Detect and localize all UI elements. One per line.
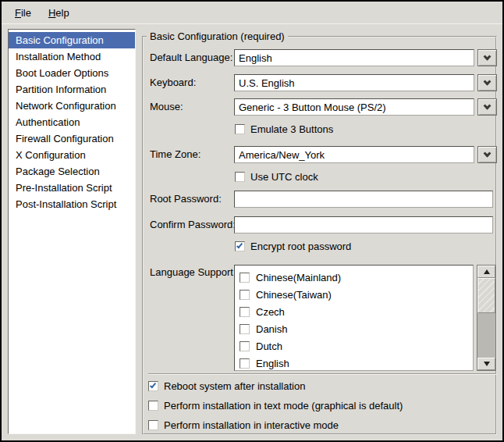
- language-list-item[interactable]: Danish: [235, 320, 473, 337]
- language-label: English: [256, 358, 289, 369]
- encrypt-root-password-label: Encrypt root password: [250, 241, 351, 252]
- language-support-label: Language Support:: [150, 266, 236, 278]
- emulate-3-buttons-option[interactable]: Emulate 3 Buttons: [235, 123, 333, 136]
- sidebar-item-network-configuration[interactable]: Network Configuration: [9, 98, 135, 114]
- language-checkbox[interactable]: [240, 324, 250, 334]
- keyboard-dropdown-button[interactable]: [477, 74, 497, 91]
- menubar: File Help: [2, 2, 502, 24]
- encrypt-root-password-option[interactable]: Encrypt root password: [235, 240, 351, 253]
- interactive-mode-install-label: Perform installation in interactive mode: [164, 419, 339, 431]
- language-list-item[interactable]: Chinese(Taiwan): [235, 286, 473, 303]
- language-support-list: Chinese(Mainland) Chinese(Taiwan) Czech …: [234, 265, 474, 371]
- mouse-input[interactable]: [234, 98, 474, 116]
- use-utc-option[interactable]: Use UTC clock: [235, 170, 318, 184]
- reboot-after-install-option[interactable]: Reboot system after installation: [148, 380, 305, 393]
- sidebar-item-authentication[interactable]: Authentication: [9, 114, 135, 130]
- keyboard-combo: [234, 74, 497, 91]
- panel-title: Basic Configuration (required): [147, 30, 288, 42]
- use-utc-label: Use UTC clock: [250, 171, 318, 183]
- language-list-scrollbar[interactable]: [477, 265, 496, 371]
- check-icon: [236, 242, 243, 249]
- text-mode-install-option[interactable]: Perform installation in text mode (graph…: [148, 399, 403, 412]
- language-label: Czech: [256, 306, 285, 318]
- confirm-password-label: Confirm Password:: [150, 219, 236, 230]
- root-password-input[interactable]: [234, 191, 493, 208]
- language-list-item[interactable]: Dutch: [235, 337, 473, 355]
- default-language-dropdown-button[interactable]: [477, 49, 497, 66]
- default-language-input[interactable]: [234, 49, 474, 66]
- language-checkbox[interactable]: [240, 341, 250, 351]
- chevron-down-icon: [484, 52, 492, 60]
- scrollbar-track[interactable]: [477, 278, 495, 358]
- interactive-mode-install-option[interactable]: Perform installation in interactive mode: [148, 419, 339, 432]
- interactive-mode-install-checkbox[interactable]: [148, 420, 158, 430]
- menu-help[interactable]: Help: [40, 3, 78, 23]
- scroll-up-button[interactable]: [477, 266, 495, 278]
- encrypt-root-password-checkbox[interactable]: [235, 241, 245, 251]
- time-zone-input[interactable]: [234, 146, 474, 163]
- sidebar-item-firewall-configuration[interactable]: Firewall Configuration: [9, 130, 135, 147]
- horizontal-separator: [148, 373, 496, 375]
- keyboard-label: Keyboard:: [150, 77, 196, 88]
- basic-configuration-panel: Basic Configuration (required) Default L…: [142, 36, 497, 435]
- chevron-down-icon: [484, 102, 492, 109]
- emulate-3-buttons-checkbox[interactable]: [235, 124, 245, 134]
- sidebar-item-package-selection[interactable]: Package Selection: [9, 163, 135, 180]
- text-mode-install-checkbox[interactable]: [148, 401, 158, 411]
- text-mode-install-label: Perform installation in text mode (graph…: [164, 400, 403, 412]
- sidebar-item-pre-installation-script[interactable]: Pre-Installation Script: [9, 180, 135, 196]
- sidebar-section-list: Basic Configuration Installation Method …: [8, 29, 136, 434]
- chevron-down-icon: [484, 149, 492, 157]
- scrollbar-thumb[interactable]: [477, 278, 495, 313]
- sidebar-item-post-installation-script[interactable]: Post-Installation Script: [9, 196, 135, 212]
- language-list-item[interactable]: Chinese(Mainland): [235, 269, 473, 286]
- check-icon: [150, 382, 156, 389]
- kickstart-configurator-window: File Help Basic Configuration Installati…: [0, 0, 504, 442]
- language-checkbox[interactable]: [240, 358, 250, 369]
- scroll-down-button[interactable]: [477, 358, 495, 370]
- time-zone-dropdown-button[interactable]: [477, 146, 497, 163]
- reboot-after-install-checkbox[interactable]: [148, 381, 158, 391]
- language-label: Chinese(Taiwan): [256, 289, 332, 301]
- language-checkbox[interactable]: [240, 290, 250, 300]
- language-label: Chinese(Mainland): [256, 272, 341, 283]
- sidebar-item-boot-loader-options[interactable]: Boot Loader Options: [9, 65, 135, 81]
- menu-file[interactable]: File: [6, 3, 40, 23]
- language-label: Danish: [256, 323, 287, 335]
- sidebar-item-installation-method[interactable]: Installation Method: [9, 48, 135, 65]
- root-password-label: Root Password:: [150, 193, 222, 205]
- use-utc-checkbox[interactable]: [235, 172, 245, 182]
- default-language-label: Default Language:: [150, 52, 232, 63]
- sidebar-item-x-configuration[interactable]: X Configuration: [9, 147, 135, 163]
- mouse-combo: [234, 98, 497, 116]
- chevron-down-icon: [484, 77, 492, 85]
- time-zone-combo: [234, 146, 497, 163]
- arrow-up-icon: [484, 269, 490, 274]
- time-zone-label: Time Zone:: [150, 148, 201, 160]
- sidebar-item-basic-configuration[interactable]: Basic Configuration: [9, 32, 135, 48]
- arrow-down-icon: [484, 362, 490, 366]
- language-checkbox[interactable]: [240, 273, 250, 283]
- confirm-password-input[interactable]: [234, 216, 493, 233]
- language-label: Dutch: [256, 340, 282, 352]
- reboot-after-install-label: Reboot system after installation: [164, 380, 305, 392]
- language-list-item[interactable]: English: [235, 355, 473, 371]
- language-checkbox[interactable]: [240, 307, 250, 317]
- language-list-item[interactable]: Czech: [235, 303, 473, 320]
- keyboard-input[interactable]: [234, 74, 474, 91]
- mouse-dropdown-button[interactable]: [477, 98, 497, 116]
- sidebar-item-partition-information[interactable]: Partition Information: [9, 81, 135, 98]
- default-language-combo: [234, 49, 497, 66]
- mouse-label: Mouse:: [150, 101, 183, 112]
- emulate-3-buttons-label: Emulate 3 Buttons: [250, 123, 333, 135]
